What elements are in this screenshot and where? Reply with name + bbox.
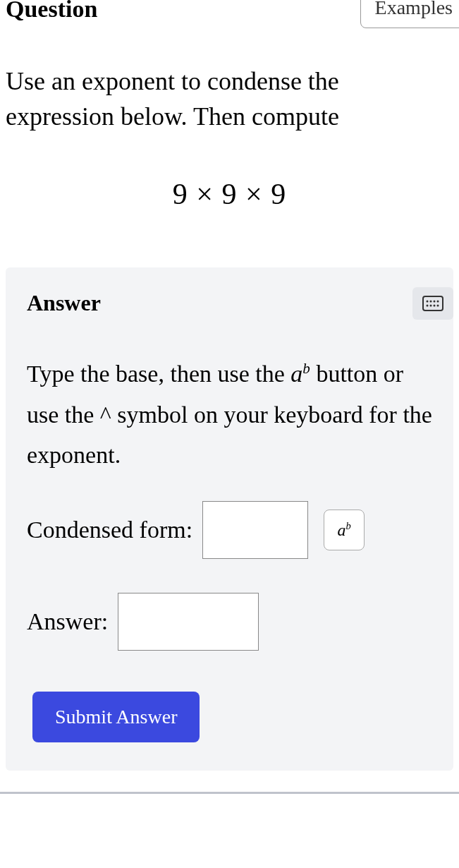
- keyboard-button[interactable]: [412, 287, 453, 320]
- answer-heading: Answer: [27, 290, 101, 316]
- instructions-pre: Type the base, then use the: [27, 361, 290, 387]
- exponent-button[interactable]: ab: [324, 510, 365, 550]
- condensed-form-label: Condensed form:: [27, 517, 192, 543]
- svg-point-6: [430, 304, 432, 306]
- svg-point-1: [427, 300, 429, 302]
- condensed-form-row: Condensed form: ab: [27, 501, 432, 559]
- examples-button[interactable]: Examples: [360, 0, 459, 28]
- condensed-form-input[interactable]: [202, 501, 308, 559]
- svg-point-4: [437, 300, 439, 302]
- answer-input[interactable]: [118, 593, 259, 651]
- answer-card: Answer Type the base, then use the ab bu…: [6, 267, 453, 771]
- exponent-icon: ab: [338, 520, 351, 540]
- svg-point-3: [434, 300, 436, 302]
- answer-instructions: Type the base, then use the ab button or…: [27, 354, 432, 476]
- keyboard-icon: [422, 296, 443, 311]
- footer-divider: [0, 792, 459, 794]
- answer-row: Answer:: [27, 593, 432, 651]
- answer-label: Answer:: [27, 608, 108, 635]
- svg-point-5: [427, 304, 429, 306]
- svg-rect-0: [423, 296, 443, 311]
- submit-button[interactable]: Submit Answer: [32, 692, 200, 742]
- svg-point-8: [437, 304, 439, 306]
- svg-point-7: [434, 304, 436, 306]
- svg-point-2: [430, 300, 432, 302]
- math-expression: 9 × 9 × 9: [6, 177, 453, 211]
- question-prompt: Use an exponent to condense the expressi…: [6, 64, 453, 135]
- exponent-notation-inline: ab: [290, 361, 310, 387]
- question-heading: Question: [6, 0, 97, 23]
